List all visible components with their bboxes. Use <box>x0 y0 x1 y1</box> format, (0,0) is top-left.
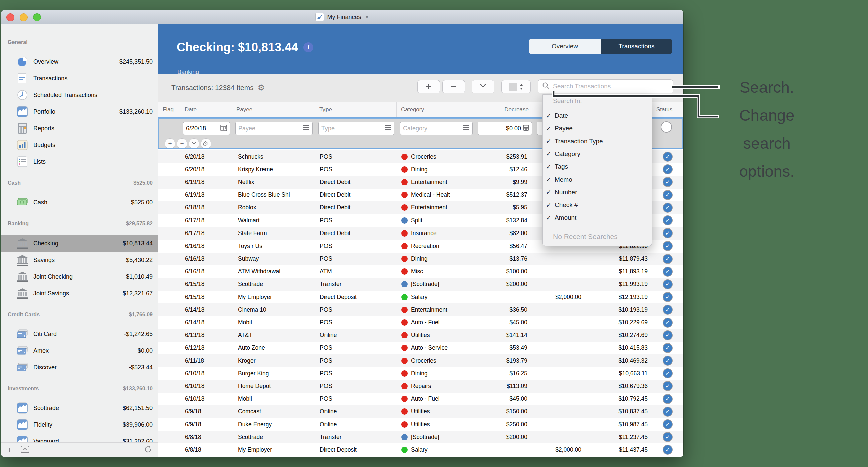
cell-status[interactable]: ✓ <box>652 379 683 392</box>
search-option-category[interactable]: ✓Category <box>543 148 652 161</box>
menu-icon[interactable] <box>303 125 310 132</box>
search-option-tags[interactable]: ✓Tags <box>543 161 652 173</box>
search-option-transaction-type[interactable]: ✓Transaction Type <box>543 135 652 148</box>
column-header-flag[interactable]: Flag <box>158 102 180 118</box>
table-row[interactable]: 6/10/18Home DepotPOSRepairs$113.09$10,67… <box>158 379 683 392</box>
sidebar-item-joint-checking[interactable]: Joint Checking$1,010.49 <box>1 268 158 285</box>
table-row[interactable]: 6/9/18Duke EnergyOnlineUtilities$250.00$… <box>158 418 683 431</box>
attachment-icon[interactable] <box>200 138 211 149</box>
table-row[interactable]: 6/15/18ScottradeTransfer[Scottrade]$200.… <box>158 278 683 291</box>
sidebar-item-portfolio[interactable]: Portfolio$133,260.10 <box>1 103 158 120</box>
entry-type-field[interactable]: Type <box>318 122 394 135</box>
cell-status[interactable]: ✓ <box>652 341 683 354</box>
entry-date-field[interactable]: 6/20/18 <box>183 122 230 135</box>
table-row[interactable]: 6/9/18ComcastOnlineUtilities$150.00$10,8… <box>158 405 683 418</box>
table-row[interactable]: 6/12/18Auto ZonePOSAuto - Service$53.49$… <box>158 341 683 354</box>
table-row[interactable]: 6/13/18AT&TOnlineUtilities$141.14$10,274… <box>158 329 683 341</box>
sidebar-item-transactions[interactable]: Transactions <box>1 70 158 87</box>
cell-status[interactable]: ✓ <box>652 303 683 316</box>
cell-status[interactable]: ✓ <box>652 189 683 201</box>
add-transaction-button[interactable] <box>417 80 440 93</box>
tab-overview[interactable]: Overview <box>529 39 600 54</box>
table-row[interactable]: 6/11/18KrogerPOSGroceries$193.79$10,469.… <box>158 354 683 367</box>
sidebar-item-discover[interactable]: Discover-$523.44 <box>1 359 158 376</box>
entry-payee-field[interactable]: Payee <box>235 122 313 135</box>
column-header-category[interactable]: Category <box>397 102 475 118</box>
split-action-button[interactable] <box>472 80 494 93</box>
menu-icon[interactable] <box>463 125 470 132</box>
cell-status[interactable]: ✓ <box>652 239 683 252</box>
cell-status[interactable]: ✓ <box>652 354 683 367</box>
gear-icon[interactable]: ⚙ <box>258 83 265 92</box>
sidebar-item-joint-savings[interactable]: Joint Savings$12,321.67 <box>1 285 158 302</box>
column-header-date[interactable]: Date <box>180 102 232 118</box>
sidebar-item-scottrade[interactable]: Scottrade$62,151.50 <box>1 400 158 416</box>
cell-status[interactable]: ✓ <box>652 316 683 329</box>
sidebar-item-savings[interactable]: Savings$5,430.22 <box>1 252 158 268</box>
sidebar-item-reports[interactable]: Reports <box>1 120 158 137</box>
cell-status[interactable]: ✓ <box>652 367 683 379</box>
export-button[interactable] <box>21 446 29 454</box>
cell-status[interactable]: ✓ <box>652 163 683 176</box>
sidebar-item-lists[interactable]: Lists <box>1 154 158 170</box>
cell-status[interactable]: ✓ <box>652 253 683 265</box>
sidebar-item-checking[interactable]: Checking$10,813.44 <box>1 235 158 252</box>
table-row[interactable]: 6/16/18SubwayPOSDining$13.76$11,879.43✓ <box>158 253 683 265</box>
sidebar-item-scheduled-transactions[interactable]: Scheduled Transactions <box>1 87 158 103</box>
table-row[interactable]: 6/14/18Cinema 10POSEntertainment$36.50$1… <box>158 303 683 316</box>
column-header-type[interactable]: Type <box>315 102 397 118</box>
cell-status[interactable]: ✓ <box>652 431 683 443</box>
search-option-check-[interactable]: ✓Check # <box>543 199 652 211</box>
entry-decrease-field[interactable]: $0.00 <box>478 122 532 135</box>
table-row[interactable]: 6/10/18Burger KingPOSDining$16.25$10,663… <box>158 367 683 379</box>
sidebar-item-overview[interactable]: Overview$245,351.50 <box>1 54 158 70</box>
cell-status[interactable]: ✓ <box>652 201 683 214</box>
table-row[interactable]: 6/8/18My EmployerDirect DepositSalary$2,… <box>158 443 683 456</box>
sidebar-item-vanguard[interactable]: Vanguard$31,202.60 <box>1 433 158 443</box>
sidebar-item-fidelity[interactable]: Fidelity$39,906.00 <box>1 416 158 433</box>
search-option-number[interactable]: ✓Number <box>543 186 652 199</box>
cell-status[interactable]: ✓ <box>652 227 683 239</box>
search-option-memo[interactable]: ✓Memo <box>543 173 652 186</box>
cell-status[interactable]: ✓ <box>652 176 683 189</box>
search-option-amount[interactable]: ✓Amount <box>543 211 652 224</box>
cell-status[interactable]: ✓ <box>652 443 683 456</box>
sidebar-item-citi-card[interactable]: Citi Card-$1,242.65 <box>1 326 158 342</box>
menu-icon[interactable] <box>384 125 391 132</box>
cell-flag <box>158 393 180 405</box>
entry-split-button[interactable] <box>189 138 199 149</box>
table-row[interactable]: 6/8/18ScottradeTransfer[Scottrade]$200.0… <box>158 431 683 443</box>
cell-status[interactable]: ✓ <box>652 151 683 163</box>
sidebar-item-cash[interactable]: Cash$525.00 <box>1 194 158 211</box>
entry-remove-button[interactable]: − <box>177 138 187 149</box>
cell-status[interactable]: ✓ <box>652 329 683 341</box>
calculator-icon[interactable] <box>523 125 529 132</box>
cell-status[interactable]: ✓ <box>652 278 683 291</box>
sidebar-item-amex[interactable]: Amex$0.00 <box>1 342 158 359</box>
add-account-button[interactable]: + <box>7 445 12 455</box>
table-row[interactable]: 6/15/18My EmployerDirect DepositSalary$2… <box>158 291 683 303</box>
category-dot <box>401 358 408 364</box>
cell-status[interactable]: ✓ <box>652 214 683 227</box>
tab-transactions[interactable]: Transactions <box>600 39 672 54</box>
cell-status[interactable]: ✓ <box>652 265 683 278</box>
column-header-payee[interactable]: Payee <box>232 102 315 118</box>
entry-add-button[interactable]: + <box>164 138 175 149</box>
table-row[interactable]: 6/10/18MobilPOSAuto - Fuel$45.00$10,792.… <box>158 393 683 405</box>
cell-status[interactable]: ✓ <box>652 405 683 418</box>
delete-transaction-button[interactable] <box>442 80 465 93</box>
entry-category-field[interactable]: Category <box>400 122 473 135</box>
view-options-button[interactable] <box>501 80 531 93</box>
calendar-icon[interactable] <box>220 125 227 132</box>
cell-status[interactable]: ✓ <box>652 393 683 405</box>
refresh-icon[interactable] <box>144 445 152 455</box>
title-chevron-icon[interactable]: ▼ <box>365 15 369 20</box>
cell-date: 6/12/18 <box>180 341 232 354</box>
cell-status[interactable]: ✓ <box>652 291 683 303</box>
cell-status[interactable]: ✓ <box>652 418 683 431</box>
column-header-decrease[interactable]: Decrease <box>475 102 534 118</box>
table-row[interactable]: 6/14/18MobilPOSAuto - Fuel$45.00$10,229.… <box>158 316 683 329</box>
sidebar-item-budgets[interactable]: Budgets <box>1 137 158 154</box>
table-row[interactable]: 6/16/18ATM WithdrawalATMMisc$100.00$11,8… <box>158 265 683 278</box>
info-icon[interactable]: i <box>304 42 313 53</box>
